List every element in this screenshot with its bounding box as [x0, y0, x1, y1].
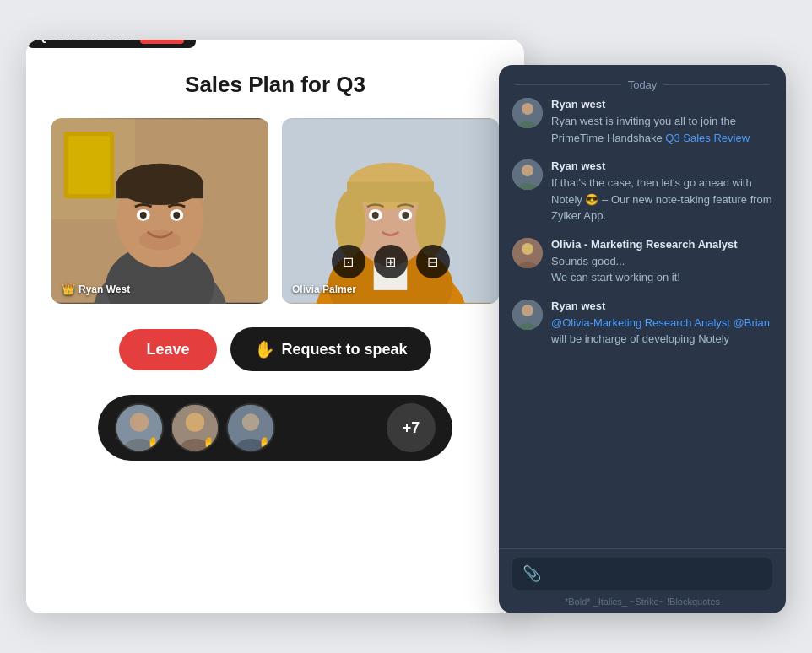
request-to-speak-button[interactable]: ✋ Request to speak [230, 327, 431, 371]
svg-point-27 [372, 212, 379, 219]
svg-point-13 [173, 212, 180, 219]
participant-bar-item-2: ✋ [171, 403, 219, 452]
video-ctrl-chat[interactable]: ⊟ [416, 245, 450, 278]
chat-input[interactable] [548, 568, 762, 580]
crown-icon: 👑 [62, 283, 75, 295]
svg-point-40 [522, 103, 533, 115]
svg-point-14 [139, 230, 181, 251]
chat-footer: 📎 *Bold* _Italics_ ~Strike~ !Blockquotes [499, 548, 786, 613]
video-cell-olivia: ⊡ ⊞ ⊟ Olivia Palmer [282, 118, 499, 304]
participants-bar: ✋ ✋ ✋ [98, 395, 452, 461]
mention-brian: @Brian [734, 316, 771, 329]
svg-rect-9 [116, 181, 203, 198]
chat-message-3: Olivia - Marketing Research Analyst Soun… [512, 238, 772, 286]
chat-window: Today Ryan west Ryan west is inviting yo… [499, 65, 786, 613]
hand-emoji: ✋ [254, 339, 275, 359]
mention-olivia: @Olivia-Marketing Research Analyst [551, 316, 730, 329]
leave-button[interactable]: Leave [119, 329, 216, 370]
meeting-title: Q3 Sales Review [38, 40, 132, 43]
message-text-3: Sounds good...We can start working on it… [551, 253, 772, 286]
meeting-window: Q3 Sales Review 03 : 45 Sales Plan for Q… [26, 40, 524, 613]
chat-format-bar: *Bold* _Italics_ ~Strike~ !Blockquotes [512, 596, 772, 607]
svg-point-43 [522, 165, 533, 176]
chat-avatar-ryan-1 [512, 98, 543, 128]
meeting-main-title: Sales Plan for Q3 [185, 72, 365, 98]
message-text-4: @Olivia-Marketing Research Analyst @Bria… [551, 315, 772, 348]
sender-ryan-1: Ryan west [551, 98, 772, 111]
svg-rect-3 [68, 136, 110, 194]
message-text-1: Ryan west is inviting you all to join th… [551, 113, 772, 146]
svg-point-11 [140, 212, 147, 219]
attach-icon[interactable]: 📎 [522, 564, 541, 583]
action-buttons: Leave ✋ Request to speak [119, 327, 430, 371]
hand-raise-3: ✋ [258, 436, 272, 449]
hand-raise-2: ✋ [203, 436, 216, 449]
participant-bar-item-1: ✋ [115, 403, 164, 452]
chat-message-1: Ryan west Ryan west is inviting you all … [512, 98, 772, 146]
video-controls: ⊡ ⊞ ⊟ [332, 245, 450, 278]
svg-point-31 [130, 413, 149, 431]
participant-1-label: 👑 Ryan West [62, 283, 130, 295]
sender-olivia: Olivia - Marketing Research Analyst [551, 238, 772, 251]
ryan-video [51, 118, 268, 304]
meeting-timer: 03 : 45 [140, 40, 183, 44]
chat-date-divider: Today [499, 65, 786, 98]
hand-raise-1: ✋ [147, 436, 160, 449]
sender-ryan-3: Ryan west [551, 300, 772, 312]
participant-2-label: Olivia Palmer [292, 283, 356, 295]
participant-bar-item-3: ✋ [226, 403, 275, 452]
chat-avatar-ryan-2 [512, 159, 543, 190]
svg-point-37 [242, 413, 259, 430]
chat-avatar-olivia-1 [512, 238, 543, 268]
svg-point-34 [186, 413, 204, 431]
svg-point-29 [402, 212, 409, 219]
meeting-header: Q3 Sales Review 03 : 45 [26, 40, 196, 48]
chat-avatar-ryan-3 [512, 300, 543, 330]
chat-message-2: Ryan west If that's the case, then let's… [512, 159, 772, 224]
chat-messages: Ryan west Ryan west is inviting you all … [499, 98, 786, 548]
more-participants-badge[interactable]: +7 [387, 403, 436, 452]
sender-ryan-2: Ryan west [551, 159, 772, 172]
video-cell-ryan: 👑 Ryan West [51, 118, 268, 304]
svg-point-46 [522, 243, 533, 255]
video-grid: 👑 Ryan West [51, 118, 499, 304]
chat-link-q3[interactable]: Q3 Sales Review [665, 132, 750, 144]
chat-message-4: Ryan west @Olivia-Marketing Research Ana… [512, 300, 772, 348]
video-ctrl-expand[interactable]: ⊞ [374, 245, 408, 278]
chat-input-row[interactable]: 📎 [512, 558, 772, 590]
video-ctrl-screen[interactable]: ⊡ [332, 245, 365, 278]
message-text-2: If that's the case, then let's go ahead … [551, 175, 772, 224]
svg-point-49 [522, 305, 533, 316]
